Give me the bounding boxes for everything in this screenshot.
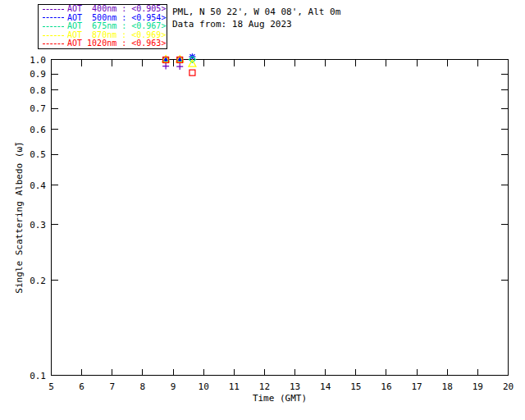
chart-svg: 5678910111213141516171819201.00.90.80.70… (0, 0, 525, 420)
svg-text:0.3: 0.3 (30, 220, 46, 231)
svg-text:20: 20 (503, 381, 514, 392)
svg-text:0.2: 0.2 (30, 276, 46, 286)
svg-text:0.5: 0.5 (30, 149, 46, 160)
svg-text:16: 16 (381, 381, 391, 392)
svg-text:11: 11 (229, 381, 240, 392)
svg-text:9: 9 (171, 381, 176, 392)
svg-text:17: 17 (411, 381, 422, 392)
svg-text:5: 5 (48, 381, 54, 392)
svg-text:1.0: 1.0 (30, 55, 46, 66)
svg-text:Single Scattering Albedo (ω̃): Single Scattering Albedo (ω̃) (14, 141, 25, 293)
svg-text:Time (GMT): Time (GMT) (253, 393, 307, 404)
svg-text:13: 13 (290, 381, 300, 392)
svg-text:0.7: 0.7 (30, 103, 46, 114)
svg-text:0.1: 0.1 (30, 371, 46, 381)
svg-text:18: 18 (442, 381, 453, 392)
svg-text:15: 15 (350, 381, 361, 392)
svg-text:10: 10 (199, 381, 209, 392)
svg-text:19: 19 (472, 381, 483, 392)
svg-text:0.9: 0.9 (30, 69, 46, 80)
svg-text:8: 8 (140, 381, 146, 392)
svg-text:7: 7 (109, 381, 115, 392)
svg-text:0.6: 0.6 (30, 125, 46, 135)
plot-window: { "legend": { "entries": [ { "label": "A… (0, 0, 525, 420)
svg-text:12: 12 (259, 381, 270, 392)
svg-text:14: 14 (320, 381, 331, 392)
svg-text:0.4: 0.4 (30, 180, 46, 191)
svg-text:6: 6 (79, 381, 84, 392)
svg-text:0.8: 0.8 (30, 85, 46, 96)
